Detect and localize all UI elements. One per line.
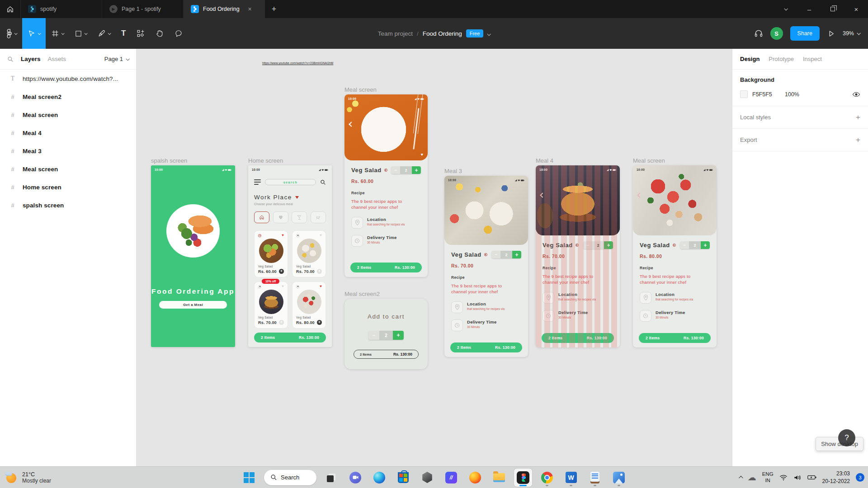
background-opacity-value[interactable]: 100% bbox=[785, 91, 799, 98]
plus-button[interactable]: + bbox=[393, 331, 404, 340]
cart-bar[interactable]: 2 Items Rs. 130:00 bbox=[350, 263, 422, 272]
add-item-button[interactable]: + bbox=[317, 269, 322, 274]
frame-label-splash[interactable]: spalsh screen bbox=[151, 157, 187, 164]
food-card[interactable]: 10% off ♥ Veg Salad Rs. 70.00 + bbox=[254, 282, 288, 328]
breadcrumb-project[interactable]: Team project bbox=[378, 30, 413, 37]
frame-label-meal-screen-right[interactable]: Meal screen bbox=[633, 157, 665, 164]
tab-inspect[interactable]: Inspect bbox=[803, 56, 822, 62]
canvas[interactable]: https://www.youtube.com/watch?v=O3BmHGNA… bbox=[137, 49, 732, 466]
menu-icon[interactable] bbox=[254, 179, 261, 185]
tab-assets[interactable]: Assets bbox=[48, 56, 66, 62]
avatar[interactable]: S bbox=[770, 27, 783, 40]
frame-label-meal-4[interactable]: Meal 4 bbox=[536, 157, 553, 164]
comment-tool-button[interactable] bbox=[169, 18, 188, 49]
category-home-button[interactable] bbox=[254, 211, 269, 223]
onedrive-cloud-icon[interactable]: ☁ bbox=[748, 473, 756, 482]
cart-summary-outline[interactable]: 2 Items Rs. 130:00 bbox=[354, 350, 419, 359]
page-selector[interactable]: Page 1 bbox=[104, 56, 129, 62]
share-button[interactable]: Share bbox=[790, 26, 820, 41]
add-item-button[interactable]: + bbox=[317, 320, 322, 325]
add-export-button[interactable]: + bbox=[856, 136, 860, 145]
microsoft-store-button[interactable] bbox=[394, 469, 412, 487]
cart-bar[interactable]: 2 Items Rs. 130:00 bbox=[254, 333, 326, 343]
layer-row-meal-4[interactable]: # Meal 4 bbox=[0, 124, 136, 142]
plus-button[interactable]: + bbox=[701, 241, 710, 249]
back-chevron-icon[interactable] bbox=[637, 192, 642, 197]
text-tool-button[interactable]: T bbox=[116, 18, 131, 49]
hand-tool-button[interactable] bbox=[150, 18, 169, 49]
plus-button[interactable]: + bbox=[412, 166, 421, 174]
search-icon[interactable] bbox=[320, 179, 326, 185]
tab-spotify[interactable]: spotify bbox=[21, 0, 102, 18]
color-swatch[interactable] bbox=[740, 90, 748, 98]
window-menu-chevron[interactable] bbox=[774, 0, 797, 18]
background-hex-value[interactable]: F5F5F5 bbox=[752, 91, 785, 98]
teams-chat-button[interactable] bbox=[346, 469, 364, 487]
frame-splash-screen[interactable]: 10:00 Food Ordering App Get a Meal bbox=[151, 165, 235, 347]
dropdown-caret-icon[interactable] bbox=[295, 196, 299, 199]
tab-food-ordering[interactable]: Food Ordering × bbox=[184, 0, 265, 18]
wifi-icon[interactable] bbox=[779, 474, 788, 481]
search-input[interactable]: search bbox=[265, 179, 316, 185]
present-icon[interactable] bbox=[827, 29, 835, 38]
layer-row-meal-screen[interactable]: # Meal screen bbox=[0, 106, 136, 124]
tab-design[interactable]: Design bbox=[740, 56, 760, 62]
layer-row-splash-screen[interactable]: # spalsh screen bbox=[0, 196, 136, 214]
notepad-button[interactable] bbox=[586, 469, 604, 487]
back-chevron-icon[interactable] bbox=[540, 192, 545, 197]
heart-icon[interactable]: ♥ bbox=[282, 234, 284, 237]
frame-label-meal-screen[interactable]: Meal screen bbox=[344, 86, 377, 93]
task-view-button[interactable] bbox=[322, 469, 340, 487]
search-icon[interactable] bbox=[7, 56, 14, 62]
zoom-menu[interactable]: 39% bbox=[843, 30, 860, 37]
category-favorites-button[interactable] bbox=[273, 211, 288, 223]
language-switcher[interactable]: ENG IN bbox=[762, 471, 774, 484]
chevron-down-icon[interactable] bbox=[487, 29, 490, 38]
resources-tool-button[interactable] bbox=[131, 18, 150, 49]
help-button[interactable]: ? bbox=[838, 429, 855, 446]
minus-button[interactable]: – bbox=[583, 241, 592, 249]
category-drinks-button[interactable] bbox=[292, 211, 307, 223]
weather-widget[interactable]: 21°C Mostly clear bbox=[5, 471, 51, 484]
home-tab-button[interactable] bbox=[0, 0, 21, 18]
layer-row-meal-screen-2nd[interactable]: # Meal screen bbox=[0, 160, 136, 178]
frame-tool-button[interactable] bbox=[46, 18, 69, 49]
edge-button[interactable] bbox=[370, 469, 388, 487]
quantity-stepper[interactable]: – 2 + bbox=[391, 166, 421, 174]
photos-button[interactable] bbox=[610, 469, 628, 487]
restore-button[interactable] bbox=[821, 0, 844, 18]
volume-icon[interactable] bbox=[793, 474, 802, 481]
minus-button[interactable]: – bbox=[391, 166, 400, 174]
frame-label-home[interactable]: Home screen bbox=[248, 157, 283, 164]
breadcrumb-file[interactable]: Food Ordering bbox=[423, 30, 462, 37]
minus-button[interactable]: – bbox=[491, 251, 500, 258]
app-shield-button[interactable] bbox=[418, 469, 436, 487]
frame-meal-4[interactable]: 10:00 Veg Salad – 2 + Rs. 70.00 Recipe T… bbox=[536, 165, 620, 347]
layer-row-meal-screen2[interactable]: # Meal screen2 bbox=[0, 88, 136, 106]
food-card[interactable]: ♥ Veg Salad Rs. 60.00 + bbox=[254, 230, 288, 277]
heart-icon[interactable]: ♥ bbox=[282, 285, 284, 288]
frame-add-to-cart[interactable]: Add to cart – 2 + 2 Items Rs. 130:00 bbox=[344, 299, 428, 369]
add-item-button[interactable]: + bbox=[279, 320, 284, 325]
layer-row-home-screen[interactable]: # Home screen bbox=[0, 178, 136, 196]
quantity-stepper[interactable]: – 2 + bbox=[491, 251, 521, 258]
frame-meal-3[interactable]: 10:00 Veg Salad – 2 + Rs. 70.00 Recipe T… bbox=[444, 176, 528, 357]
close-tab-icon[interactable]: × bbox=[248, 5, 252, 13]
heart-icon[interactable]: ♥ bbox=[320, 285, 322, 288]
heart-icon[interactable]: ♥ bbox=[421, 152, 423, 157]
frame-meal-screen[interactable]: 10:00 ♥ Veg Salad – 2 + Rs. 60.00 Recipe… bbox=[344, 94, 428, 277]
plus-button[interactable]: + bbox=[604, 241, 613, 249]
cart-bar[interactable]: 2 Items Rs. 130:00 bbox=[542, 333, 614, 343]
food-card[interactable]: ♥ Veg Salad Rs. 70.00 + bbox=[292, 230, 326, 277]
headphones-icon[interactable] bbox=[754, 29, 763, 38]
firefox-button[interactable] bbox=[466, 469, 484, 487]
heart-icon[interactable]: ♥ bbox=[320, 234, 322, 237]
tab-layers[interactable]: Layers bbox=[21, 56, 41, 62]
cart-bar[interactable]: 2 Items Rs. 130:00 bbox=[639, 333, 711, 343]
quantity-stepper[interactable]: – 2 + bbox=[368, 331, 404, 340]
frame-label-meal-screen2[interactable]: Meal screen2 bbox=[344, 291, 380, 297]
file-explorer-button[interactable] bbox=[490, 469, 508, 487]
eye-icon[interactable] bbox=[852, 91, 860, 98]
quantity-stepper[interactable]: – 2 + bbox=[583, 241, 613, 249]
layer-row-meal-3[interactable]: # Meal 3 bbox=[0, 142, 136, 160]
